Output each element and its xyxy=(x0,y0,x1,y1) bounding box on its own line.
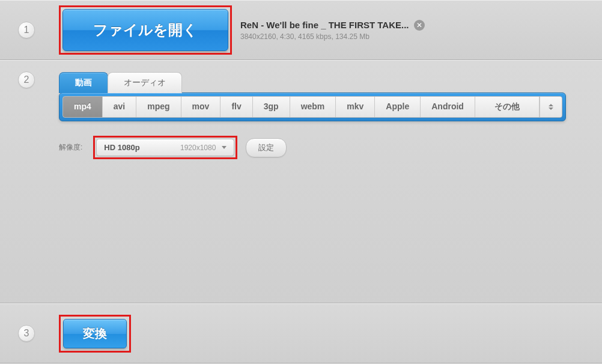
step-1-section: 1 ファイルを開く ReN - We'll be fine _ THE FIRS… xyxy=(0,0,602,60)
format-mov[interactable]: mov xyxy=(181,97,221,117)
file-info: ReN - We'll be fine _ THE FIRST TAKE... … xyxy=(240,20,425,41)
settings-button[interactable]: 設定 xyxy=(246,138,287,157)
file-title: ReN - We'll be fine _ THE FIRST TAKE... xyxy=(240,20,409,30)
format-android[interactable]: Android xyxy=(421,97,475,117)
format-other[interactable]: その他 xyxy=(475,97,540,117)
format-flv[interactable]: flv xyxy=(220,97,252,117)
tab-audio[interactable]: オーディオ xyxy=(108,72,182,93)
highlight-open-file: ファイルを開く xyxy=(59,5,232,55)
format-mkv[interactable]: mkv xyxy=(336,97,375,117)
format-avi[interactable]: avi xyxy=(103,97,136,117)
step-number-3: 3 xyxy=(18,325,35,342)
step-3-section: 3 変換 xyxy=(0,303,602,363)
open-file-button[interactable]: ファイルを開く xyxy=(62,9,228,51)
format-webm[interactable]: webm xyxy=(290,97,336,117)
media-type-tabs: 動画 オーディオ xyxy=(59,71,566,93)
resolution-name: HD 1080p xyxy=(104,143,139,152)
format-mpeg[interactable]: mpeg xyxy=(136,97,181,117)
format-bar: mp4 avi mpeg mov flv 3gp webm mkv Apple … xyxy=(59,93,566,121)
updown-icon xyxy=(549,104,553,110)
tab-video[interactable]: 動画 xyxy=(59,72,108,93)
step-number-2: 2 xyxy=(18,71,35,88)
format-mp4[interactable]: mp4 xyxy=(63,97,103,117)
resolution-select[interactable]: HD 1080p 1920x1080 xyxy=(96,139,234,156)
step-2-section: 2 動画 オーディオ mp4 avi mpeg mov flv 3gp webm… xyxy=(0,60,602,303)
chevron-down-icon xyxy=(222,146,227,149)
format-apple[interactable]: Apple xyxy=(375,97,421,117)
file-meta: 3840x2160, 4:30, 4165 kbps, 134.25 Mb xyxy=(240,32,425,41)
format-more-toggle[interactable] xyxy=(540,97,562,117)
resolution-row: 解像度: HD 1080p 1920x1080 設定 xyxy=(59,136,566,159)
remove-file-icon[interactable]: ✕ xyxy=(414,20,425,31)
highlight-resolution: HD 1080p 1920x1080 xyxy=(93,136,237,159)
step-number-1: 1 xyxy=(18,22,35,38)
highlight-convert: 変換 xyxy=(59,315,131,353)
resolution-label: 解像度: xyxy=(59,142,82,153)
resolution-dimensions: 1920x1080 xyxy=(180,144,216,152)
convert-button[interactable]: 変換 xyxy=(63,319,127,348)
format-3gp[interactable]: 3gp xyxy=(253,97,290,117)
